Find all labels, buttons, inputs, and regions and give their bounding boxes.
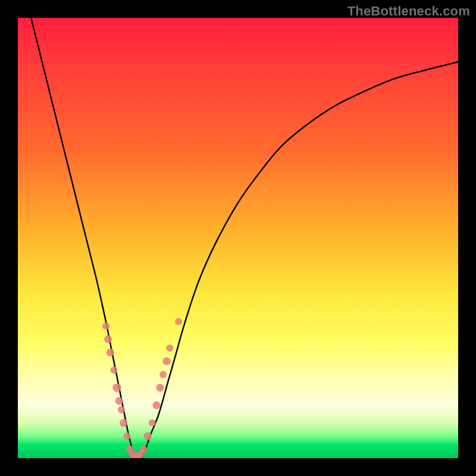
data-marker <box>104 336 112 343</box>
data-marker <box>163 358 171 365</box>
chart-frame: TheBottleneck.com <box>0 0 476 476</box>
curve-layer <box>18 18 458 458</box>
data-marker <box>159 371 167 378</box>
data-marker <box>112 383 121 392</box>
data-marker <box>120 419 127 427</box>
data-marker <box>107 349 114 356</box>
data-marker <box>149 419 156 427</box>
data-marker <box>175 318 182 325</box>
data-marker <box>124 433 131 440</box>
data-marker <box>118 406 125 414</box>
data-marker <box>153 402 161 409</box>
data-marker <box>144 432 152 440</box>
data-marker <box>166 345 173 352</box>
data-marker <box>110 367 117 374</box>
data-marker <box>115 397 123 405</box>
plot-area <box>18 18 458 458</box>
watermark-text: TheBottleneck.com <box>347 4 470 19</box>
curve-markers <box>102 318 182 458</box>
bottleneck-curve <box>31 18 458 458</box>
data-marker <box>156 384 164 392</box>
data-marker <box>102 322 109 330</box>
data-marker <box>140 446 148 453</box>
